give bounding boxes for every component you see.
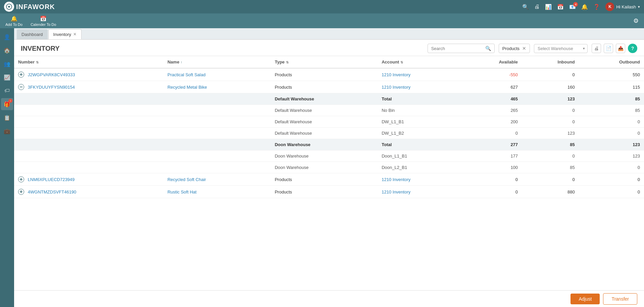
inventory-badge: !: [8, 99, 12, 103]
cell-available: 0: [461, 186, 522, 198]
cell-account: 1210 Inventory: [378, 68, 461, 81]
table-row: Default Warehouse Total 465 123 85: [14, 93, 644, 105]
cell-account-link[interactable]: 1210 Inventory: [382, 72, 410, 77]
cell-available: 0: [461, 128, 522, 139]
export-action-btn[interactable]: 📄: [604, 44, 613, 53]
cell-inbound: 160: [522, 81, 579, 93]
transfer-button[interactable]: Transfer: [603, 293, 637, 305]
cell-empty: [14, 128, 163, 139]
cell-account-link[interactable]: 1210 Inventory: [382, 189, 410, 194]
expand-icon[interactable]: −: [18, 84, 24, 90]
sidebar-item-briefcase[interactable]: 💼: [1, 125, 13, 137]
col-name: Name ↑: [163, 56, 271, 68]
cell-type: Products: [271, 173, 378, 186]
adjust-button[interactable]: Adjust: [571, 294, 600, 304]
toolbar-calendar-todo[interactable]: 📅 Calender To Do: [31, 15, 56, 27]
email-icon[interactable]: 📧 4: [569, 4, 576, 10]
sidebar-item-home[interactable]: 🏠: [1, 44, 13, 56]
help-icon[interactable]: ❓: [593, 4, 600, 10]
cell-empty2: [163, 105, 271, 116]
chart-icon[interactable]: 📊: [545, 4, 552, 10]
cell-account-link[interactable]: 1210 Inventory: [382, 177, 410, 182]
print-action-btn[interactable]: 🖨: [592, 44, 601, 53]
top-navbar: INFAWORK 🔍 🖨 📊 📅 📧 4 🔔 ❓ K Hi Kailash ▾: [0, 0, 644, 13]
user-menu-arrow: ▾: [638, 5, 640, 9]
cell-name: Rustic Soft Hat: [163, 186, 271, 198]
user-info[interactable]: K Hi Kailash ▾: [605, 2, 640, 11]
cell-warehouse: Doon Warehouse: [271, 150, 378, 162]
tab-dashboard-label: Dashboard: [21, 32, 43, 37]
expand-icon[interactable]: +: [18, 176, 24, 182]
cell-name-link[interactable]: Rustic Soft Hat: [167, 189, 197, 194]
expand-icon[interactable]: +: [18, 72, 24, 78]
col-type-sort[interactable]: ⇅: [286, 60, 289, 64]
content-area: Dashboard Inventory ✕ INVENTORY 🔍 Produc…: [14, 28, 644, 307]
sidebar-item-tags[interactable]: 🏷: [1, 85, 13, 97]
cell-inbound: 0: [522, 116, 579, 128]
toolbar-settings[interactable]: ⚙: [633, 17, 639, 25]
cell-number-link[interactable]: 4WGNTMZDSVFT46190: [28, 189, 76, 194]
cell-bin: DW_L1_B2: [378, 128, 461, 139]
col-account-sort[interactable]: ⇅: [400, 60, 403, 64]
cell-number-link[interactable]: LNM6XPLUECD723949: [28, 177, 75, 182]
cell-empty2: [163, 93, 271, 105]
search-input[interactable]: [431, 46, 483, 51]
col-name-sort[interactable]: ↑: [181, 60, 182, 64]
inventory-table: Number ⇅ Name ↑ Type ⇅: [14, 56, 644, 198]
cell-inbound: 85: [522, 139, 579, 150]
upload-action-btn[interactable]: 📤: [616, 44, 625, 53]
tab-dashboard[interactable]: Dashboard: [17, 29, 48, 39]
cell-number-link[interactable]: 3FKYDUUYFYSN90154: [28, 85, 75, 90]
logo: INFAWORK: [4, 2, 55, 12]
cell-outbound: 0: [579, 173, 644, 186]
warehouse-select[interactable]: Select Warehouse Default Warehouse Doon …: [534, 44, 588, 53]
sidebar-item-inventory[interactable]: 🎁 !: [1, 98, 13, 110]
cell-inbound: 0: [522, 173, 579, 186]
cell-outbound: 123: [579, 150, 644, 162]
cell-empty: [14, 139, 163, 150]
filter-tag-remove[interactable]: ✕: [522, 46, 526, 51]
cell-empty2: [163, 162, 271, 173]
cell-inbound: 880: [522, 186, 579, 198]
table-row: − 3FKYDUUYFYSN90154 Recycled Metal Bike …: [14, 81, 644, 93]
cell-name-link[interactable]: Practical Soft Salad: [167, 72, 205, 77]
sidebar-item-profile[interactable]: 👤: [1, 31, 13, 43]
sidebar-item-people[interactable]: 👥: [1, 58, 13, 70]
search-nav-icon[interactable]: 🔍: [522, 4, 529, 10]
cell-outbound: 123: [579, 139, 644, 150]
cell-outbound: 85: [579, 93, 644, 105]
cell-name: Practical Soft Salad: [163, 68, 271, 81]
expand-icon[interactable]: +: [18, 189, 24, 195]
toolbar-add-todo[interactable]: 🔔 Add To Do: [5, 15, 22, 27]
cell-available: -550: [461, 68, 522, 81]
search-box[interactable]: 🔍: [428, 44, 495, 53]
cell-outbound: 0: [579, 116, 644, 128]
cell-name-link[interactable]: Recycled Metal Bike: [167, 85, 207, 90]
calendar-icon[interactable]: 📅: [557, 4, 564, 10]
sidebar-item-tasks[interactable]: 📋: [1, 112, 13, 124]
tab-close-icon[interactable]: ✕: [73, 32, 77, 37]
tabs-bar: Dashboard Inventory ✕: [14, 28, 644, 40]
inventory-header: INVENTORY 🔍 Products ✕ Select Warehouse …: [14, 40, 644, 56]
cell-empty: [14, 105, 163, 116]
toolbar-calendar-todo-label: Calender To Do: [31, 23, 56, 27]
tab-inventory[interactable]: Inventory ✕: [48, 29, 82, 39]
print-icon[interactable]: 🖨: [534, 4, 540, 10]
col-available: Available: [461, 56, 522, 68]
cell-account-link[interactable]: 1210 Inventory: [382, 85, 410, 90]
user-label: Hi Kailash: [616, 4, 636, 9]
notification-icon[interactable]: 🔔: [581, 4, 588, 10]
cell-available: 0: [461, 173, 522, 186]
help-btn[interactable]: ?: [628, 44, 637, 53]
col-account: Account ⇅: [378, 56, 461, 68]
col-number-sort[interactable]: ⇅: [36, 60, 39, 64]
table-header-row: Number ⇅ Name ↑ Type ⇅: [14, 56, 644, 68]
cell-available: 265: [461, 105, 522, 116]
cell-number-link[interactable]: J2WGPVARK8CV49333: [28, 72, 75, 77]
sidebar-item-reports[interactable]: 📈: [1, 71, 13, 83]
cell-inbound: 123: [522, 128, 579, 139]
cell-empty2: [163, 139, 271, 150]
table-row: Doon Warehouse Doon_L2_B1 100 85 0: [14, 162, 644, 173]
cell-warehouse: Default Warehouse: [271, 105, 378, 116]
cell-name-link[interactable]: Recycled Soft Chair: [167, 177, 206, 182]
